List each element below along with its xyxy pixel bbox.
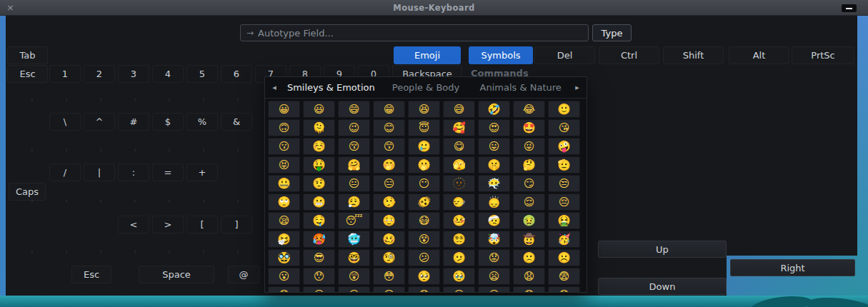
emoji-cell[interactable]: 🤔 xyxy=(513,156,545,173)
tab-animals-nature[interactable]: Animals & Nature xyxy=(473,82,568,93)
emoji-cell[interactable]: 😮 xyxy=(268,268,300,285)
emoji-cell[interactable]: 😅 xyxy=(443,101,475,118)
emoji-cell[interactable]: 😶‍🌫️ xyxy=(478,175,510,192)
emoji-cell[interactable]: 😋 xyxy=(443,138,475,155)
emoji-cell[interactable]: 🫩 xyxy=(373,212,405,229)
symbol-key[interactable]: > xyxy=(152,216,184,233)
down-button[interactable]: Down xyxy=(598,278,727,295)
emoji-cell[interactable]: 😷 xyxy=(408,212,440,229)
emoji-cell[interactable]: 🤗 xyxy=(338,156,370,173)
emoji-cell[interactable]: 🤫 xyxy=(478,156,510,173)
next-category-icon[interactable]: ▸ xyxy=(568,83,587,92)
emoji-cell[interactable]: 🙂‍↔️ xyxy=(443,193,475,211)
emoji-cell[interactable]: 😚 xyxy=(338,138,370,155)
emoji-cell[interactable]: 😉 xyxy=(338,119,370,136)
emoji-cell[interactable]: 🤤 xyxy=(303,212,335,229)
key-at[interactable]: @ xyxy=(228,266,259,283)
emoji-cell[interactable]: 🥰 xyxy=(443,119,475,136)
emoji-cell[interactable]: 😏 xyxy=(513,175,545,192)
key-esc-bottom[interactable]: Esc xyxy=(71,266,111,283)
key-shift[interactable]: Shift xyxy=(663,46,724,64)
emoji-cell[interactable]: 😕 xyxy=(408,249,440,266)
emoji-cell[interactable]: 😁 xyxy=(373,101,405,118)
number-key[interactable]: 6 xyxy=(221,65,252,83)
symbol-key[interactable]: % xyxy=(186,113,218,131)
emoji-cell[interactable]: 😓 xyxy=(548,286,580,293)
symbol-key[interactable]: < xyxy=(118,216,149,233)
emoji-cell[interactable]: 🫨 xyxy=(408,193,440,211)
number-key[interactable]: 5 xyxy=(186,65,218,83)
emoji-cell[interactable]: 😢 xyxy=(338,286,370,293)
emoji-cell[interactable]: 😀 xyxy=(268,101,300,118)
emoji-cell[interactable]: 😵‍💫 xyxy=(443,231,475,248)
emoji-cell[interactable]: 🥴 xyxy=(373,231,405,248)
right-button[interactable]: Right xyxy=(730,259,855,276)
emoji-cell[interactable]: 😙 xyxy=(373,138,405,155)
emoji-cell[interactable]: 😣 xyxy=(478,286,510,293)
emoji-cell[interactable]: 😐 xyxy=(338,175,370,192)
emoji-cell[interactable]: 😶 xyxy=(408,175,440,192)
number-key[interactable]: 1 xyxy=(49,65,81,83)
emoji-cell[interactable]: 🤯 xyxy=(478,231,510,248)
symbol-key[interactable]: ^ xyxy=(84,113,115,131)
emoji-cell[interactable]: 🙃 xyxy=(268,119,300,136)
emoji-cell[interactable]: 🥲 xyxy=(408,138,440,155)
emoji-cell[interactable]: 😖 xyxy=(443,286,475,293)
emoji-cell[interactable]: 😌 xyxy=(513,193,545,211)
emoji-cell[interactable]: 😆 xyxy=(408,101,440,118)
emoji-cell[interactable]: 😵 xyxy=(408,231,440,248)
emoji-cell[interactable]: 🙁 xyxy=(513,249,545,266)
key-tab[interactable]: Tab xyxy=(7,46,48,64)
number-key[interactable]: 2 xyxy=(84,65,115,83)
emoji-cell[interactable]: 🤪 xyxy=(548,138,580,155)
emoji-cell[interactable]: 😝 xyxy=(268,156,300,173)
symbol-key[interactable]: \ xyxy=(49,113,81,131)
emoji-button[interactable]: Emoji xyxy=(394,46,461,64)
symbol-key[interactable]: + xyxy=(186,163,218,181)
emoji-cell[interactable]: 😟 xyxy=(478,249,510,266)
emoji-cell[interactable]: 😮‍💨 xyxy=(338,193,370,211)
emoji-cell[interactable]: 😑 xyxy=(373,175,405,192)
emoji-cell[interactable]: 🤠 xyxy=(513,231,545,248)
emoji-cell[interactable]: 🤓 xyxy=(338,249,370,266)
emoji-cell[interactable]: 😞 xyxy=(513,286,545,293)
emoji-cell[interactable]: 😇 xyxy=(408,119,440,136)
emoji-cell[interactable]: 🤧 xyxy=(268,231,300,248)
emoji-cell[interactable]: 🙂 xyxy=(548,101,580,118)
close-icon[interactable]: × xyxy=(6,0,14,16)
emoji-cell[interactable]: 🫥 xyxy=(443,175,475,192)
emoji-cell[interactable]: 🫤 xyxy=(443,249,475,266)
emoji-cell[interactable]: ☺️ xyxy=(303,138,335,155)
emoji-cell[interactable]: 😬 xyxy=(303,193,335,211)
autotype-input[interactable] xyxy=(258,28,588,39)
key-caps[interactable]: Caps xyxy=(9,183,46,201)
emoji-cell[interactable]: 😍 xyxy=(478,119,510,136)
key-esc[interactable]: Esc xyxy=(7,65,48,83)
emoji-cell[interactable]: 😪 xyxy=(268,212,300,229)
number-key[interactable]: 4 xyxy=(152,65,184,83)
symbol-key[interactable]: $ xyxy=(152,113,184,131)
key-ctrl[interactable]: Ctrl xyxy=(599,46,659,64)
emoji-cell[interactable]: 😎 xyxy=(303,249,335,266)
emoji-cell[interactable]: 🥶 xyxy=(338,231,370,248)
emoji-cell[interactable]: 🥵 xyxy=(303,231,335,248)
symbol-key[interactable]: | xyxy=(84,163,115,181)
emoji-cell[interactable]: 🤨 xyxy=(303,175,335,192)
emoji-cell[interactable]: 😴 xyxy=(338,212,370,229)
emoji-cell[interactable]: 😰 xyxy=(268,286,300,293)
emoji-cell[interactable]: 🤒 xyxy=(443,212,475,229)
emoji-cell[interactable]: 🤥 xyxy=(373,193,405,211)
emoji-cell[interactable]: 😧 xyxy=(513,268,545,285)
emoji-cell[interactable]: 🫠 xyxy=(303,119,335,136)
emoji-cell[interactable]: 🫢 xyxy=(408,156,440,173)
emoji-cell[interactable]: 😄 xyxy=(338,101,370,118)
emoji-cell[interactable]: 😨 xyxy=(548,268,580,285)
minimize-icon[interactable] xyxy=(842,4,857,12)
emoji-cell[interactable]: 😒 xyxy=(548,175,580,192)
autotype-field[interactable]: → xyxy=(240,24,589,41)
emoji-cell[interactable]: 🙂‍↕️ xyxy=(478,193,510,211)
emoji-cell[interactable]: 😱 xyxy=(408,286,440,293)
emoji-cell[interactable]: 😂 xyxy=(513,101,545,118)
emoji-cell[interactable]: 😦 xyxy=(478,268,510,285)
emoji-cell[interactable]: 🤮 xyxy=(548,212,580,229)
